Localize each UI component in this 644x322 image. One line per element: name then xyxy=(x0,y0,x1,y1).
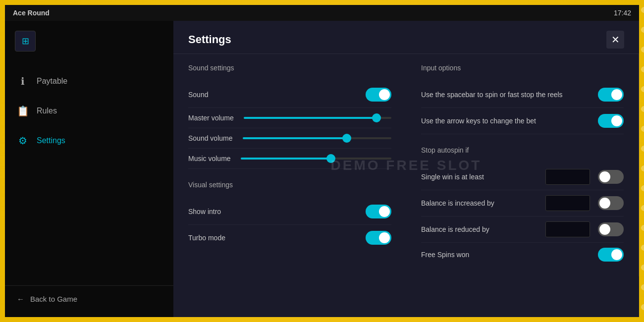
sound-volume-slider[interactable] xyxy=(243,137,391,139)
sound-toggle[interactable] xyxy=(366,88,391,102)
single-win-toggle[interactable] xyxy=(598,170,624,184)
balance-reduced-toggle[interactable] xyxy=(598,222,624,236)
sound-volume-row: Sound volume xyxy=(188,128,391,149)
master-volume-fill xyxy=(244,117,376,119)
master-volume-track xyxy=(244,117,391,119)
sidebar-logo: ⊞ xyxy=(5,26,173,56)
single-win-controls xyxy=(545,169,624,185)
master-volume-slider[interactable] xyxy=(244,117,391,119)
master-volume-thumb[interactable] xyxy=(372,113,381,122)
spacebar-spin-label: Use the spacebar to spin or fast stop th… xyxy=(421,91,563,99)
master-volume-label: Master volume xyxy=(188,114,234,122)
arrow-keys-row: Use the arrow keys to change the bet xyxy=(421,108,624,134)
back-to-game-button[interactable]: ← Back to Game xyxy=(5,285,173,312)
music-volume-track xyxy=(241,158,391,160)
free-spins-label: Free Spins won xyxy=(421,251,469,259)
balance-increased-controls xyxy=(545,195,624,211)
spacebar-spin-toggle[interactable] xyxy=(598,88,624,102)
free-spins-row: Free Spins won xyxy=(421,243,624,267)
sound-volume-track xyxy=(243,137,391,139)
right-settings-section: Input options Use the spacebar to spin o… xyxy=(406,54,639,276)
paytable-label: Paytable xyxy=(37,77,67,86)
spacebar-spin-row: Use the spacebar to spin or fast stop th… xyxy=(421,82,624,108)
arrow-keys-label: Use the arrow keys to change the bet xyxy=(421,117,536,125)
balance-reduced-controls xyxy=(545,221,624,237)
sound-row: Sound xyxy=(188,82,391,108)
top-bar: Ace Round 17:42 xyxy=(5,5,639,21)
sidebar-item-rules[interactable]: 📋 Rules xyxy=(5,96,173,126)
settings-header: Settings ✕ xyxy=(173,21,639,54)
info-icon: ℹ xyxy=(17,75,29,87)
navigation: ℹ Paytable 📋 Rules ⚙ Settings xyxy=(5,66,173,285)
sound-volume-fill xyxy=(243,137,347,139)
music-volume-thumb[interactable] xyxy=(326,154,335,163)
show-intro-label: Show intro xyxy=(188,208,221,215)
settings-body: DEMO FREE SLOT Sound settings Sound Mast… xyxy=(173,54,639,276)
single-win-row: Single win is at least xyxy=(421,164,624,190)
master-volume-row: Master volume xyxy=(188,108,391,128)
single-win-label: Single win is at least xyxy=(421,173,484,181)
close-button[interactable]: ✕ xyxy=(606,31,624,49)
settings-panel: Settings ✕ DEMO FREE SLOT Sound settings… xyxy=(173,21,639,317)
visual-section-title: Visual settings xyxy=(188,181,391,189)
sound-label: Sound xyxy=(188,91,208,99)
free-spins-controls xyxy=(598,248,624,262)
turbo-mode-toggle[interactable] xyxy=(366,231,391,245)
music-volume-fill xyxy=(241,158,331,160)
book-icon: 📋 xyxy=(17,105,29,117)
music-volume-slider[interactable] xyxy=(241,158,391,160)
show-intro-toggle[interactable] xyxy=(366,205,391,218)
sidebar-item-paytable[interactable]: ℹ Paytable xyxy=(5,66,173,96)
turbo-mode-row: Turbo mode xyxy=(188,225,391,251)
settings-label: Settings xyxy=(37,136,65,145)
music-volume-label: Music volume xyxy=(188,155,231,162)
sidebar-item-settings[interactable]: ⚙ Settings xyxy=(5,126,173,156)
balance-reduced-input[interactable] xyxy=(545,221,590,237)
turbo-mode-label: Turbo mode xyxy=(188,234,225,242)
sound-section-title: Sound settings xyxy=(188,64,391,72)
sound-settings-section: Sound settings Sound Master volume xyxy=(173,54,406,276)
input-section-title: Input options xyxy=(421,64,624,72)
autospin-section-title: Stop autospin if xyxy=(421,146,624,154)
music-volume-row: Music volume xyxy=(188,149,391,169)
logo-icon: ⊞ xyxy=(15,31,36,52)
gear-icon: ⚙ xyxy=(17,135,29,147)
back-arrow-icon: ← xyxy=(17,295,24,303)
balance-reduced-row: Balance is reduced by xyxy=(421,216,624,243)
arrow-keys-toggle[interactable] xyxy=(598,114,624,128)
show-intro-row: Show intro xyxy=(188,199,391,225)
time-display: 17:42 xyxy=(614,9,631,17)
settings-title: Settings xyxy=(188,33,231,46)
balance-increased-row: Balance is increased by xyxy=(421,190,624,216)
sound-volume-label: Sound volume xyxy=(188,134,233,142)
balance-reduced-label: Balance is reduced by xyxy=(421,225,489,233)
single-win-input[interactable] xyxy=(545,169,590,185)
sound-volume-thumb[interactable] xyxy=(342,134,351,143)
free-spins-toggle[interactable] xyxy=(598,248,624,262)
main-content: ⊞ ℹ Paytable 📋 Rules ⚙ Settings ← Back xyxy=(5,21,639,317)
balance-increased-toggle[interactable] xyxy=(598,196,624,210)
balance-increased-label: Balance is increased by xyxy=(421,199,494,207)
back-label: Back to Game xyxy=(30,295,77,303)
game-area: Ace Round 17:42 ⊞ ℹ Paytable 📋 Rules ⚙ S… xyxy=(5,5,639,317)
rules-label: Rules xyxy=(37,107,57,115)
balance-increased-input[interactable] xyxy=(545,195,590,211)
game-title: Ace Round xyxy=(13,9,50,17)
sidebar: ⊞ ℹ Paytable 📋 Rules ⚙ Settings ← Back xyxy=(5,21,173,317)
